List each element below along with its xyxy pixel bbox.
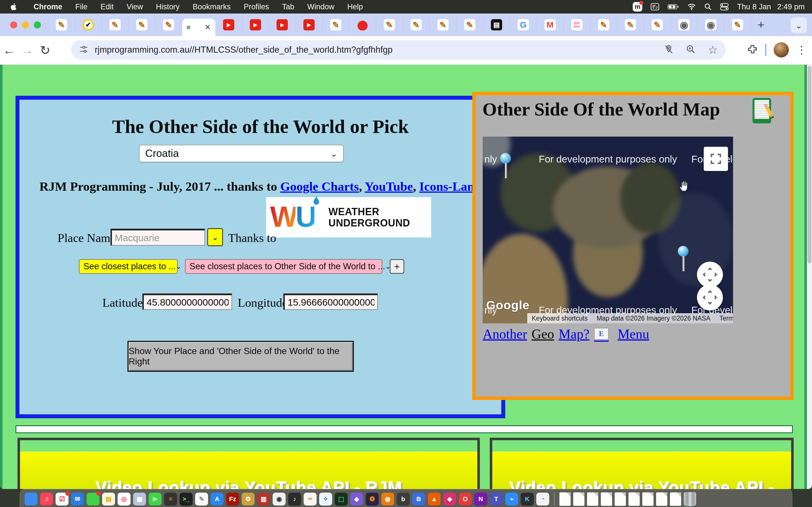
menu-link[interactable]: Menu [618, 326, 649, 342]
address-bar[interactable]: rjmprogramming.com.au//HTMLCSS/other_sid… [71, 40, 726, 59]
scrollbar-thumb[interactable] [808, 66, 811, 263]
dock-icon-chrome-app[interactable]: ◔ [536, 493, 549, 506]
tab-pencil[interactable]: ✎ [403, 17, 430, 32]
reload-button[interactable]: ↻ [36, 43, 54, 57]
add-place-button[interactable]: + [390, 259, 404, 274]
notepad-icon[interactable] [753, 98, 771, 123]
dock-icon-bear[interactable]: b [397, 493, 410, 506]
dock-icon-app-store[interactable]: A [211, 493, 223, 506]
dock-icon-orange-app[interactable]: ◍ [381, 493, 394, 506]
dock-icon-calculator[interactable]: = [164, 493, 177, 506]
tab-youtube[interactable]: ▶ [215, 17, 242, 32]
dock-document-7[interactable] [642, 492, 654, 506]
close-tab-icon[interactable]: ✕ [204, 24, 211, 31]
place-mini-select[interactable]: ⌄ [207, 228, 223, 246]
dock-trash[interactable] [684, 492, 696, 506]
map-pin-otherside[interactable] [678, 246, 689, 271]
spotlight-icon[interactable] [704, 2, 712, 11]
tab-google[interactable]: G [510, 17, 537, 32]
dock-icon-red-striped-app[interactable]: ▨ [257, 493, 270, 506]
youtube-link[interactable]: YouTube [365, 179, 413, 193]
another-link[interactable]: Another [483, 326, 527, 342]
control-center-icon[interactable] [720, 2, 728, 11]
dock-icon-dark-green-app[interactable]: ⬚ [335, 493, 348, 506]
map-question-link[interactable]: Map? [559, 326, 589, 342]
tab-pencil[interactable]: ✎ [155, 17, 182, 32]
dock-document-2[interactable] [573, 492, 585, 506]
dock-document-9[interactable] [670, 492, 681, 506]
tab-pencil[interactable]: ✎ [48, 17, 75, 32]
menu-item-bookmarks[interactable]: Bookmarks [186, 3, 237, 11]
profile-avatar[interactable] [774, 42, 789, 57]
battery-icon[interactable] [668, 2, 679, 11]
dock-icon-transmit[interactable]: ⚙ [242, 493, 255, 506]
dock-document-8[interactable] [656, 492, 667, 506]
dock-icon-safari[interactable]: ✧ [319, 493, 332, 506]
new-tab-button[interactable]: + [751, 17, 771, 32]
closest-otherside-select[interactable]: See closest places to Other Side of the … [185, 259, 382, 274]
dock-icon-vlc[interactable]: ▲ [428, 493, 441, 506]
menu-item-edit[interactable]: Edit [94, 3, 120, 11]
latitude-input[interactable] [142, 293, 232, 310]
page-scrollbar[interactable] [807, 65, 812, 489]
tab-pencil[interactable]: ✎ [129, 17, 155, 32]
map-pan-control[interactable] [697, 284, 723, 311]
location-blocked-icon[interactable] [664, 44, 674, 55]
closest-places-select[interactable]: See closest places to ... ⌄ [79, 259, 177, 274]
menu-item-window[interactable]: Window [301, 3, 341, 11]
map-fullscreen-button[interactable] [704, 147, 728, 171]
tab-pencil[interactable]: ✎ [430, 17, 456, 32]
wifi-icon[interactable] [688, 2, 696, 11]
tab-youtube[interactable]: ▶ [269, 17, 296, 32]
dock-icon-messages[interactable] [87, 493, 100, 506]
close-window-button[interactable] [10, 21, 17, 29]
email-icon[interactable]: E [594, 328, 609, 342]
zoom-icon[interactable] [686, 44, 696, 55]
menu-item-history[interactable]: History [149, 3, 186, 11]
dock-icon-bluetooth-app[interactable]: B [412, 493, 425, 506]
tab-pencil[interactable]: ✎ [322, 17, 349, 32]
keyboard-shortcuts-link[interactable]: Keyboard shortcuts [527, 313, 592, 323]
tab-search-chevron[interactable]: ⌄ [791, 17, 807, 33]
menu-item-help[interactable]: Help [341, 3, 370, 11]
dock-icon-terminal[interactable]: >_ [180, 493, 193, 506]
bookmark-star-icon[interactable]: ☆ [708, 44, 718, 55]
tab-pencil[interactable]: ✎ [376, 17, 403, 32]
browser-menu-icon[interactable]: ⋮ [796, 45, 807, 55]
apple-menu-icon[interactable] [10, 2, 19, 11]
place-name-input[interactable] [110, 229, 205, 245]
google-logo[interactable]: Google [486, 298, 529, 312]
dock-document-3[interactable] [587, 492, 598, 506]
dock-icon-reminders[interactable]: ☑ [56, 493, 68, 506]
dock-icon-mail[interactable]: ✉ [71, 493, 84, 506]
tab-chrome[interactable]: ◉ [671, 17, 698, 32]
menu-item-chrome[interactable]: Chrome [27, 3, 69, 11]
tab-check[interactable]: ✔ [75, 17, 102, 32]
tab-notes-dark[interactable]: ▤ [483, 17, 510, 32]
tab-record[interactable]: ⬤ [349, 17, 376, 32]
site-settings-icon[interactable] [79, 45, 89, 55]
dock-icon-opera[interactable]: O [459, 493, 472, 506]
tab-pencil[interactable]: ✎ [617, 17, 644, 32]
dock-document-1[interactable] [559, 492, 571, 506]
menu-item-profiles[interactable]: Profiles [237, 3, 275, 11]
extensions-icon[interactable] [747, 44, 758, 56]
dock-icon-textedit[interactable]: ✎ [195, 493, 208, 506]
zoom-window-button[interactable] [34, 21, 41, 29]
dock-icon-pages[interactable]: ✑ [304, 493, 317, 506]
menu-item-file[interactable]: File [69, 3, 94, 11]
tab-pencil[interactable]: ✎ [591, 17, 617, 32]
dock-icon-launchpad[interactable]: ▦ [133, 493, 146, 506]
dock-icon-keynote-dark[interactable]: K [521, 493, 534, 506]
dock-icon-firefox[interactable]: ❂ [366, 493, 378, 506]
menu-item-tab[interactable]: Tab [275, 3, 301, 11]
back-button[interactable]: ← [0, 43, 18, 57]
active-tab[interactable]: ✕ [182, 18, 215, 36]
url-text[interactable]: rjmprogramming.com.au//HTMLCSS/other_sid… [95, 45, 664, 55]
forward-button[interactable]: → [18, 43, 36, 57]
dock-icon-itunes-dark[interactable]: ♪ [288, 493, 301, 506]
google-map[interactable]: nly For development purposes only For de… [483, 136, 733, 323]
dock-icon-fitness[interactable]: ◎ [117, 493, 131, 506]
map-pin-place[interactable] [500, 153, 511, 178]
show-place-button[interactable]: Show Your Place and 'Other Side of the W… [128, 341, 354, 372]
